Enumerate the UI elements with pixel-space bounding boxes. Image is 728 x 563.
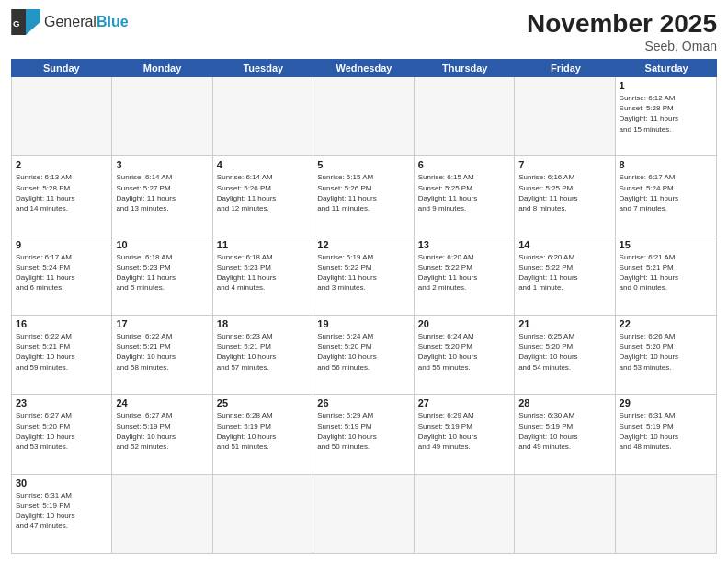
day-header: Monday <box>112 59 213 77</box>
day-info: Sunrise: 6:29 AM Sunset: 5:19 PM Dayligh… <box>317 410 409 452</box>
day-cell: 28Sunrise: 6:30 AM Sunset: 5:19 PM Dayli… <box>515 395 615 473</box>
day-cell: 6Sunrise: 6:15 AM Sunset: 5:25 PM Daylig… <box>415 156 515 235</box>
day-cell: 18Sunrise: 6:23 AM Sunset: 5:21 PM Dayli… <box>213 316 313 394</box>
day-header: Wednesday <box>313 59 415 77</box>
day-cell <box>213 77 313 155</box>
location: Seeb, Oman <box>527 39 717 53</box>
day-number: 19 <box>317 318 409 329</box>
weeks: 1Sunrise: 6:12 AM Sunset: 5:28 PM Daylig… <box>11 77 717 554</box>
day-number: 27 <box>418 397 510 408</box>
day-number: 16 <box>16 318 108 329</box>
day-info: Sunrise: 6:12 AM Sunset: 5:28 PM Dayligh… <box>620 93 712 134</box>
day-info: Sunrise: 6:23 AM Sunset: 5:21 PM Dayligh… <box>217 331 309 373</box>
day-number: 21 <box>518 318 610 329</box>
day-number: 12 <box>317 239 409 250</box>
day-info: Sunrise: 6:22 AM Sunset: 5:21 PM Dayligh… <box>116 331 208 373</box>
day-cell <box>515 77 615 155</box>
day-info: Sunrise: 6:24 AM Sunset: 5:20 PM Dayligh… <box>418 331 510 373</box>
week-row: 2Sunrise: 6:13 AM Sunset: 5:28 PM Daylig… <box>12 156 716 236</box>
day-number: 28 <box>518 397 610 408</box>
day-info: Sunrise: 6:26 AM Sunset: 5:20 PM Dayligh… <box>620 331 712 373</box>
day-cell: 29Sunrise: 6:31 AM Sunset: 5:19 PM Dayli… <box>616 395 716 473</box>
day-info: Sunrise: 6:21 AM Sunset: 5:21 PM Dayligh… <box>620 252 712 293</box>
day-number: 4 <box>217 159 309 170</box>
day-number: 26 <box>317 397 409 408</box>
day-number: 15 <box>620 239 712 250</box>
day-info: Sunrise: 6:24 AM Sunset: 5:20 PM Dayligh… <box>317 331 409 373</box>
day-cell: 5Sunrise: 6:15 AM Sunset: 5:26 PM Daylig… <box>313 156 414 235</box>
day-number: 2 <box>16 159 108 170</box>
week-row: 1Sunrise: 6:12 AM Sunset: 5:28 PM Daylig… <box>12 77 716 156</box>
day-cell: 22Sunrise: 6:26 AM Sunset: 5:20 PM Dayli… <box>616 316 716 394</box>
day-cell: 9Sunrise: 6:17 AM Sunset: 5:24 PM Daylig… <box>12 236 112 315</box>
day-info: Sunrise: 6:31 AM Sunset: 5:19 PM Dayligh… <box>16 490 108 532</box>
day-number: 11 <box>217 239 309 250</box>
day-number: 5 <box>317 159 409 170</box>
day-info: Sunrise: 6:17 AM Sunset: 5:24 PM Dayligh… <box>16 252 108 293</box>
day-cell: 8Sunrise: 6:17 AM Sunset: 5:24 PM Daylig… <box>616 156 716 235</box>
day-number: 1 <box>620 80 712 91</box>
day-cell: 25Sunrise: 6:28 AM Sunset: 5:19 PM Dayli… <box>213 395 313 473</box>
day-number: 9 <box>16 239 108 250</box>
day-header: Sunday <box>11 59 112 77</box>
day-info: Sunrise: 6:17 AM Sunset: 5:24 PM Dayligh… <box>620 172 712 213</box>
day-header: Tuesday <box>212 59 313 77</box>
day-number: 30 <box>16 477 108 488</box>
day-cell: 19Sunrise: 6:24 AM Sunset: 5:20 PM Dayli… <box>313 316 414 394</box>
header: G GeneralBlue November 2025 Seeb, Oman <box>11 9 717 53</box>
week-row: 9Sunrise: 6:17 AM Sunset: 5:24 PM Daylig… <box>12 236 716 316</box>
day-cell: 21Sunrise: 6:25 AM Sunset: 5:20 PM Dayli… <box>515 316 615 394</box>
day-number: 17 <box>116 318 208 329</box>
day-info: Sunrise: 6:25 AM Sunset: 5:20 PM Dayligh… <box>518 331 610 373</box>
week-row: 16Sunrise: 6:22 AM Sunset: 5:21 PM Dayli… <box>12 316 716 395</box>
day-cell: 7Sunrise: 6:16 AM Sunset: 5:25 PM Daylig… <box>515 156 615 235</box>
day-info: Sunrise: 6:13 AM Sunset: 5:28 PM Dayligh… <box>16 172 108 213</box>
logo: G GeneralBlue <box>11 9 129 35</box>
day-info: Sunrise: 6:14 AM Sunset: 5:27 PM Dayligh… <box>116 172 208 213</box>
day-cell: 14Sunrise: 6:20 AM Sunset: 5:22 PM Dayli… <box>515 236 615 315</box>
day-number: 8 <box>620 159 712 170</box>
day-cell: 13Sunrise: 6:20 AM Sunset: 5:22 PM Dayli… <box>415 236 515 315</box>
day-cell <box>313 77 414 155</box>
day-info: Sunrise: 6:14 AM Sunset: 5:26 PM Dayligh… <box>217 172 309 213</box>
day-info: Sunrise: 6:30 AM Sunset: 5:19 PM Dayligh… <box>518 410 610 452</box>
day-info: Sunrise: 6:29 AM Sunset: 5:19 PM Dayligh… <box>418 410 510 452</box>
day-cell <box>313 475 414 553</box>
day-info: Sunrise: 6:18 AM Sunset: 5:23 PM Dayligh… <box>116 252 208 293</box>
day-header: Friday <box>516 59 617 77</box>
day-cell: 27Sunrise: 6:29 AM Sunset: 5:19 PM Dayli… <box>415 395 515 473</box>
day-cell: 30Sunrise: 6:31 AM Sunset: 5:19 PM Dayli… <box>12 475 112 553</box>
day-cell: 4Sunrise: 6:14 AM Sunset: 5:26 PM Daylig… <box>213 156 313 235</box>
day-info: Sunrise: 6:15 AM Sunset: 5:25 PM Dayligh… <box>418 172 510 213</box>
day-cell: 1Sunrise: 6:12 AM Sunset: 5:28 PM Daylig… <box>616 77 716 155</box>
day-number: 25 <box>217 397 309 408</box>
day-cell: 11Sunrise: 6:18 AM Sunset: 5:23 PM Dayli… <box>213 236 313 315</box>
day-cell <box>515 475 615 553</box>
day-info: Sunrise: 6:18 AM Sunset: 5:23 PM Dayligh… <box>217 252 309 293</box>
month-title: November 2025 <box>527 9 717 39</box>
calendar: SundayMondayTuesdayWednesdayThursdayFrid… <box>11 59 717 554</box>
day-info: Sunrise: 6:28 AM Sunset: 5:19 PM Dayligh… <box>217 410 309 452</box>
logo-text-block: GeneralBlue <box>44 14 129 30</box>
day-cell: 20Sunrise: 6:24 AM Sunset: 5:20 PM Dayli… <box>415 316 515 394</box>
day-number: 20 <box>418 318 510 329</box>
day-cell: 26Sunrise: 6:29 AM Sunset: 5:19 PM Dayli… <box>313 395 414 473</box>
day-info: Sunrise: 6:20 AM Sunset: 5:22 PM Dayligh… <box>518 252 610 293</box>
day-cell: 3Sunrise: 6:14 AM Sunset: 5:27 PM Daylig… <box>112 156 212 235</box>
day-number: 6 <box>418 159 510 170</box>
day-number: 22 <box>620 318 712 329</box>
day-cell: 12Sunrise: 6:19 AM Sunset: 5:22 PM Dayli… <box>313 236 414 315</box>
day-cell: 23Sunrise: 6:27 AM Sunset: 5:20 PM Dayli… <box>12 395 112 473</box>
day-cell <box>213 475 313 553</box>
day-info: Sunrise: 6:27 AM Sunset: 5:20 PM Dayligh… <box>16 410 108 452</box>
logo-icon: G <box>11 9 40 35</box>
day-info: Sunrise: 6:27 AM Sunset: 5:19 PM Dayligh… <box>116 410 208 452</box>
day-info: Sunrise: 6:31 AM Sunset: 5:19 PM Dayligh… <box>620 410 712 452</box>
day-number: 7 <box>518 159 610 170</box>
day-cell <box>12 77 112 155</box>
day-cell: 24Sunrise: 6:27 AM Sunset: 5:19 PM Dayli… <box>112 395 212 473</box>
day-info: Sunrise: 6:15 AM Sunset: 5:26 PM Dayligh… <box>317 172 409 213</box>
day-info: Sunrise: 6:22 AM Sunset: 5:21 PM Dayligh… <box>16 331 108 373</box>
day-cell: 16Sunrise: 6:22 AM Sunset: 5:21 PM Dayli… <box>12 316 112 394</box>
day-header: Saturday <box>616 59 717 77</box>
